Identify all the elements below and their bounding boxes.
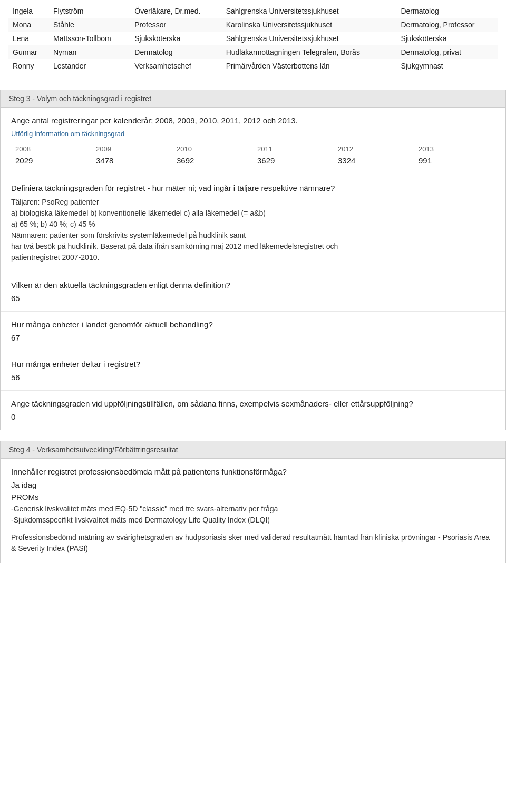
person-lastname: Ståhle xyxy=(49,18,130,32)
person-role: Dermatolog, privat xyxy=(396,45,498,59)
step3-content: Ange antal registreringar per kalenderår… xyxy=(0,108,506,430)
person-lastname: Mattsson-Tollbom xyxy=(49,32,130,45)
step3-question1: Ange antal registreringar per kalenderår… xyxy=(11,116,495,125)
table-row: LenaMattsson-TollbomSjuksköterskaSahlgre… xyxy=(8,32,498,45)
person-role: Dermatolog, Professor xyxy=(396,18,498,32)
table-row: RonnyLestanderVerksamhetschefPrimärvårde… xyxy=(8,59,498,73)
person-title: Verksamhetschef xyxy=(130,59,221,73)
year-labels-row: 200820092010201120122013 xyxy=(11,143,495,155)
person-firstname: Ingela xyxy=(8,4,49,18)
persons-table: IngelaFlytströmÖverläkare, Dr.med.Sahlgr… xyxy=(8,4,498,73)
person-institution: Karolinska Universitetssjukhuset xyxy=(222,18,397,32)
person-institution: Sahlgrenska Universitetssjukhuset xyxy=(222,32,397,45)
year-label: 2013 xyxy=(414,143,495,155)
step3-answer6: 0 xyxy=(11,412,495,421)
step4-answer1-detail: -Generisk livskvalitet mäts med EQ-5D "c… xyxy=(11,504,495,526)
step4-answer1-line1: Ja idag xyxy=(11,480,495,489)
year-label: 2008 xyxy=(11,143,92,155)
person-lastname: Lestander xyxy=(49,59,130,73)
step3-question6: Ange täckningsgraden vid uppföljningstil… xyxy=(11,399,495,408)
year-label: 2010 xyxy=(172,143,253,155)
step4-content: Innehåller registret professionsbedömda … xyxy=(0,459,506,563)
year-label: 2012 xyxy=(334,143,414,155)
person-institution: Sahlgrenska Universitetssjukhuset xyxy=(222,4,397,18)
person-lastname: Nyman xyxy=(49,45,130,59)
year-value: 3692 xyxy=(172,155,253,166)
year-value: 991 xyxy=(414,155,495,166)
year-label: 2009 xyxy=(92,143,172,155)
person-title: Sjuksköterska xyxy=(130,32,221,45)
step3-q3-section: Vilken är den aktuella täckningsgraden e… xyxy=(1,272,505,312)
person-title: Överläkare, Dr.med. xyxy=(130,4,221,18)
persons-table-section: IngelaFlytströmÖverläkare, Dr.med.Sahlgr… xyxy=(0,0,506,81)
step4-answer1-extra: Professionsbedömd mätning av svårighetsg… xyxy=(11,532,495,554)
person-lastname: Flytström xyxy=(49,4,130,18)
year-value: 3629 xyxy=(253,155,334,166)
step3-answer2: Täljaren: PsoReg patientera) biologiska … xyxy=(11,197,495,263)
year-value: 3324 xyxy=(334,155,414,166)
step3-q5-section: Hur många enheter deltar i registret? 56 xyxy=(1,351,505,391)
person-firstname: Mona xyxy=(8,18,49,32)
coverage-link[interactable]: Utförlig information om täckningsgrad xyxy=(11,130,124,138)
step4-question1: Innehåller registret professionsbedömda … xyxy=(11,467,495,476)
year-value: 3478 xyxy=(92,155,172,166)
table-row: GunnarNymanDermatologHudläkarmottagninge… xyxy=(8,45,498,59)
person-role: Sjukgymnast xyxy=(396,59,498,73)
person-title: Dermatolog xyxy=(130,45,221,59)
year-values-row: 20293478369236293324991 xyxy=(11,155,495,166)
page-wrapper: IngelaFlytströmÖverläkare, Dr.med.Sahlgr… xyxy=(0,0,506,812)
step3-header: Steg 3 - Volym och täckningsgrad i regis… xyxy=(0,90,506,108)
step4-answer1-line2: PROMs xyxy=(11,492,495,501)
step4-header: Steg 4 - Verksamhetsutveckling/Förbättri… xyxy=(0,441,506,459)
step3-q4-section: Hur många enheter i landet genomför aktu… xyxy=(1,312,505,351)
person-title: Professor xyxy=(130,18,221,32)
step3-q1-section: Ange antal registreringar per kalenderår… xyxy=(1,108,505,175)
step3-question2: Definiera täckningsgraden för registret … xyxy=(11,183,495,192)
year-grid: 200820092010201120122013 202934783692362… xyxy=(11,143,495,166)
table-row: IngelaFlytströmÖverläkare, Dr.med.Sahlgr… xyxy=(8,4,498,18)
step3-q6-section: Ange täckningsgraden vid uppföljningstil… xyxy=(1,391,505,430)
year-label: 2011 xyxy=(253,143,334,155)
step3-question4: Hur många enheter i landet genomför aktu… xyxy=(11,320,495,329)
step3-question3: Vilken är den aktuella täckningsgraden e… xyxy=(11,281,495,289)
person-institution: Primärvården Västerbottens län xyxy=(222,59,397,73)
step3-q2-section: Definiera täckningsgraden för registret … xyxy=(1,175,505,272)
person-firstname: Ronny xyxy=(8,59,49,73)
year-value: 2029 xyxy=(11,155,92,166)
person-institution: Hudläkarmottagningen Telegrafen, Borås xyxy=(222,45,397,59)
step3-answer4: 67 xyxy=(11,333,495,342)
person-role: Sjuksköterska xyxy=(396,32,498,45)
step3-question5: Hur många enheter deltar i registret? xyxy=(11,360,495,369)
person-role: Dermatolog xyxy=(396,4,498,18)
step3-answer5: 56 xyxy=(11,373,495,382)
person-firstname: Lena xyxy=(8,32,49,45)
table-row: MonaStåhleProfessorKarolinska Universite… xyxy=(8,18,498,32)
step3-answer3: 65 xyxy=(11,294,495,303)
person-firstname: Gunnar xyxy=(8,45,49,59)
